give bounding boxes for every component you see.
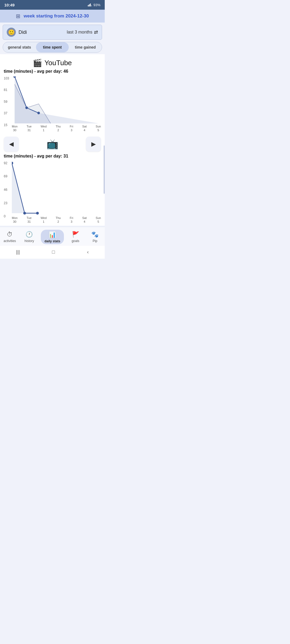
tab-general-stats[interactable]: general stats	[3, 42, 36, 52]
app1-name: YouTube	[44, 59, 72, 67]
back-button[interactable]: ‹	[87, 249, 89, 255]
chart2-area: Mon30 Tue31 Wed1 Thu2 Fri3 Sat4 Sun5	[12, 161, 101, 226]
y-label: 103	[4, 76, 12, 80]
nav-item-history[interactable]: 🕐 history	[21, 231, 37, 243]
chart2-point	[36, 212, 39, 214]
y-label: 23	[4, 201, 12, 205]
tab-time-spent[interactable]: time spent	[36, 42, 69, 52]
goals-label: goals	[72, 239, 79, 243]
nav-item-goals[interactable]: 🚩 goals	[67, 231, 84, 243]
x-label-wed: Wed1	[41, 216, 46, 224]
user-name: Didi	[19, 30, 27, 35]
app1-header: 🎬 YouTube	[4, 58, 101, 67]
x-label-mon: Mon30	[12, 125, 17, 132]
x-label-tue: Tue31	[27, 216, 32, 224]
avatar-emoji: 🙂	[8, 29, 15, 35]
chart2-label: time (minutes) - avg per day: 31	[4, 154, 101, 159]
activities-label: activities	[3, 239, 16, 243]
chart2-point	[23, 212, 26, 214]
user-left: 🙂 Didi	[7, 28, 27, 37]
y-label: 69	[4, 174, 12, 178]
chart2-y-axis: 92 69 46 23 0	[4, 161, 12, 226]
x-label-tue: Tue31	[27, 125, 32, 132]
nav-active-highlight: 📊 daily stats	[41, 230, 64, 244]
chart1-svg	[12, 76, 101, 123]
chart1-point	[37, 112, 40, 114]
x-label-thu: Thu2	[56, 216, 61, 224]
x-label-sat: Sat4	[82, 125, 87, 132]
y-label: 46	[4, 188, 12, 192]
chart1-label: time (minutes) - avg per day: 46	[4, 69, 101, 74]
week-header: ⊞ week starting from 2024-12-30	[0, 10, 105, 23]
next-button[interactable]: ▶	[86, 137, 101, 152]
chart2-svg	[12, 161, 101, 215]
x-label-thu: Thu2	[56, 125, 61, 132]
x-label-fri: Fri3	[70, 216, 73, 224]
chart2-point	[12, 162, 13, 164]
chart1-y-axis: 103 81 59 37 15	[4, 76, 12, 134]
signal-icon	[88, 3, 92, 6]
prev-button[interactable]: ◀	[4, 137, 19, 152]
tabs-container: general stats time spent time gained	[3, 42, 102, 53]
status-right: 93%	[88, 3, 100, 7]
swap-icon: ⇄	[94, 29, 98, 35]
x-label-mon: Mon30	[12, 216, 17, 224]
week-title: week starting from 2024-12-30	[24, 13, 89, 19]
period-label: last 3 months	[67, 30, 92, 35]
chart1-wrapper: 103 81 59 37 15	[4, 76, 101, 134]
tab-time-gained[interactable]: time gained	[69, 42, 102, 52]
x-label-fri: Fri3	[70, 125, 73, 132]
chart1-area: Mon30 Tue31 Wed1 Thu2 Fri3 Sat4 Sun5	[12, 76, 101, 134]
user-period[interactable]: last 3 months ⇄	[67, 29, 98, 35]
daily-stats-icon: 📊	[49, 231, 56, 238]
x-label-sat: Sat4	[82, 216, 87, 224]
filter-icon[interactable]: ⊞	[16, 13, 20, 19]
system-nav-bar: ||| □ ‹	[0, 246, 105, 259]
status-bar: 10:49 93%	[0, 0, 105, 10]
activities-icon: ⏱	[7, 231, 13, 238]
nav-item-activities[interactable]: ⏱ activities	[2, 231, 18, 243]
recent-apps-button[interactable]: |||	[16, 249, 20, 255]
y-label: 81	[4, 88, 12, 92]
chart1-area-fill	[15, 76, 99, 123]
y-label: 92	[4, 161, 12, 165]
goals-icon: 🚩	[72, 231, 79, 238]
x-label-wed: Wed1	[41, 125, 46, 132]
chart1-point	[25, 107, 28, 109]
history-label: history	[24, 239, 34, 243]
chart2-app-icon: 📺	[19, 138, 86, 150]
chart2-wrapper: 92 69 46 23 0 Mon30	[4, 161, 101, 226]
pip-label: Pip	[93, 239, 97, 243]
pip-icon: 🐾	[91, 231, 99, 238]
avatar: 🙂	[7, 28, 16, 37]
scrollbar[interactable]	[104, 145, 105, 194]
x-label-sun: Sun5	[96, 216, 101, 224]
y-label: 15	[4, 123, 12, 127]
status-time: 10:49	[4, 3, 15, 7]
nav-item-pip[interactable]: 🐾 Pip	[87, 231, 103, 243]
app2-emoji: 📺	[46, 138, 59, 150]
y-label: 0	[4, 214, 12, 218]
nav-item-daily-stats[interactable]: 📊 daily stats	[41, 230, 64, 244]
y-label: 37	[4, 111, 12, 115]
x-label-sun: Sun5	[96, 125, 101, 132]
y-label: 59	[4, 100, 12, 104]
battery-indicator: 93%	[93, 3, 100, 7]
history-icon: 🕐	[26, 231, 33, 238]
nav-arrows: ◀ 📺 ▶	[4, 134, 101, 154]
chart2-section: time (minutes) - avg per day: 31 92 69 4…	[4, 154, 101, 226]
daily-stats-label: daily stats	[45, 239, 60, 243]
chart2-x-axis: Mon30 Tue31 Wed1 Thu2 Fri3 Sat4 Sun5	[12, 216, 101, 226]
chart2-area-fill	[12, 163, 101, 213]
bottom-nav: ⏱ activities 🕐 history 📊 daily stats 🚩 g…	[0, 227, 105, 246]
chart1-x-axis: Mon30 Tue31 Wed1 Thu2 Fri3 Sat4 Sun5	[12, 125, 101, 134]
app1-emoji: 🎬	[33, 58, 42, 67]
chart1-section: 🎬 YouTube time (minutes) - avg per day: …	[4, 58, 101, 134]
user-row[interactable]: 🙂 Didi last 3 months ⇄	[3, 25, 102, 40]
main-content: 🎬 YouTube time (minutes) - avg per day: …	[0, 54, 105, 226]
home-button[interactable]: □	[52, 249, 55, 255]
chart1-point	[13, 76, 16, 78]
